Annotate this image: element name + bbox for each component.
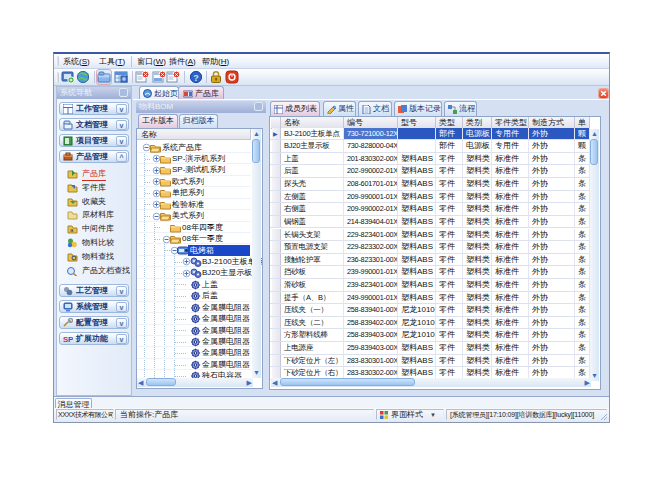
svg-text:?: ?: [193, 73, 199, 83]
svg-text:P: P: [68, 335, 73, 344]
